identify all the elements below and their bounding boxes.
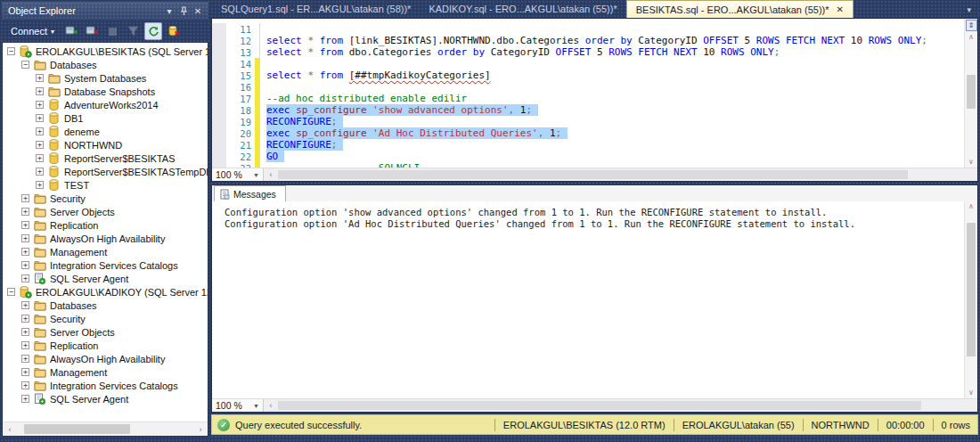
expand-icon[interactable]: + bbox=[21, 355, 29, 363]
refresh-icon[interactable] bbox=[144, 22, 162, 40]
collapse-icon[interactable]: − bbox=[7, 288, 15, 296]
tab-list-chevron-icon[interactable]: ▾ bbox=[967, 5, 978, 18]
code-line[interactable]: 19RECONFIGURE; bbox=[212, 116, 964, 127]
tab-document[interactable]: KADIKOY.sql - ERO...AKGUL\atakan (55))* bbox=[420, 0, 625, 18]
expand-icon[interactable]: + bbox=[21, 395, 29, 403]
connect-server-icon[interactable] bbox=[62, 22, 80, 40]
tree-item[interactable]: −EROLAKGUL\BESIKTAS (SQL Server 12.0.226… bbox=[3, 45, 208, 58]
code-line[interactable]: 21RECONFIGURE; bbox=[212, 139, 964, 151]
tree-item[interactable]: +Server Objects bbox=[3, 205, 208, 218]
tree-item[interactable]: +DB1 bbox=[3, 111, 208, 125]
code-line[interactable]: 13select * from dbo.Categories order by … bbox=[212, 46, 964, 58]
tree-item[interactable]: +Security bbox=[3, 192, 208, 205]
expand-icon[interactable]: + bbox=[21, 194, 29, 202]
tree-item[interactable]: +Replication bbox=[3, 218, 208, 232]
expand-icon[interactable]: + bbox=[36, 168, 44, 176]
database-error-icon[interactable] bbox=[165, 22, 183, 40]
expand-icon[interactable]: + bbox=[21, 381, 29, 389]
tree-item[interactable]: +Management bbox=[3, 245, 208, 258]
tree-item[interactable]: −EROLAKGUL\KADIKOY (SQL Server 12.0.2269 bbox=[3, 285, 208, 299]
expand-icon[interactable]: + bbox=[36, 87, 44, 95]
tree-item[interactable]: +AdventureWorks2014 bbox=[3, 98, 208, 111]
code-line[interactable]: 16 bbox=[212, 81, 964, 93]
collapse-icon[interactable]: − bbox=[7, 47, 15, 55]
scroll-left-icon[interactable]: ‹ bbox=[264, 168, 278, 182]
tree-item[interactable]: +Integration Services Catalogs bbox=[3, 258, 208, 272]
tree-item[interactable]: +SQL Server Agent bbox=[3, 392, 208, 405]
scroll-thumb[interactable] bbox=[278, 170, 908, 179]
code-line[interactable]: 15select * from [##tmpKadikoyCategories] bbox=[212, 70, 964, 81]
code-line[interactable]: 22GO bbox=[212, 151, 964, 162]
tab-messages[interactable]: Messages bbox=[214, 185, 286, 201]
code-line[interactable]: 14 bbox=[212, 58, 964, 70]
scroll-thumb[interactable] bbox=[24, 424, 130, 434]
tree-item[interactable]: +Databases bbox=[3, 299, 208, 312]
code-line[interactable]: 12select * from [link_BESIKTAS].NORTHWND… bbox=[212, 35, 964, 46]
expand-icon[interactable]: + bbox=[21, 221, 29, 229]
messages-output[interactable]: Configuration option 'show advanced opti… bbox=[212, 201, 964, 398]
expand-icon[interactable]: + bbox=[36, 141, 44, 149]
tree-item[interactable]: +ReportServer$BESIKTASTempDB bbox=[3, 165, 208, 178]
object-explorer-hscrollbar[interactable]: ‹ › bbox=[3, 422, 208, 436]
tree-item[interactable]: −Databases bbox=[3, 58, 208, 71]
scroll-down-icon[interactable]: ∨ bbox=[968, 388, 974, 398]
messages-zoom-select[interactable]: 100 %▼ bbox=[212, 399, 264, 412]
tab-active-document[interactable]: BESIKTAS.sql - ERO...AKGUL\atakan (55))*… bbox=[626, 0, 853, 18]
scroll-thumb[interactable] bbox=[967, 223, 976, 356]
pin-icon[interactable] bbox=[176, 4, 191, 17]
scroll-up-icon[interactable]: ∧ bbox=[968, 201, 974, 212]
close-tab-icon[interactable]: ✕ bbox=[837, 4, 844, 14]
messages-vscrollbar[interactable]: ∧ ∨ bbox=[964, 201, 977, 398]
scroll-thumb[interactable] bbox=[278, 401, 921, 410]
editor-code[interactable]: 1112select * from [link_BESIKTAS].NORTHW… bbox=[212, 19, 964, 168]
expand-icon[interactable]: + bbox=[21, 234, 29, 242]
tree-item[interactable]: +AlwaysOn High Availability bbox=[3, 352, 208, 365]
code-line[interactable]: 11 bbox=[212, 23, 964, 35]
expand-icon[interactable]: + bbox=[21, 341, 29, 349]
expand-icon[interactable]: + bbox=[21, 274, 29, 282]
expand-icon[interactable]: + bbox=[21, 208, 29, 216]
tree-item[interactable]: +SQL Server Agent bbox=[3, 272, 208, 285]
tree-item[interactable]: +Replication bbox=[3, 339, 208, 352]
collapse-icon[interactable]: − bbox=[21, 61, 29, 69]
expand-icon[interactable]: + bbox=[36, 127, 44, 135]
tree-item[interactable]: +TEST bbox=[3, 178, 208, 192]
expand-icon[interactable]: + bbox=[21, 248, 29, 256]
expand-icon[interactable]: + bbox=[21, 301, 29, 309]
tree-item[interactable]: +ReportServer$BESIKTAS bbox=[3, 151, 208, 165]
expand-icon[interactable]: + bbox=[21, 315, 29, 323]
expand-icon[interactable]: + bbox=[36, 181, 44, 189]
expand-icon[interactable]: + bbox=[36, 114, 44, 122]
disconnect-server-icon[interactable] bbox=[83, 22, 101, 40]
tree-item[interactable]: +Database Snapshots bbox=[3, 85, 208, 98]
scroll-left-icon[interactable]: ‹ bbox=[264, 398, 278, 413]
scroll-left-icon[interactable]: ‹ bbox=[3, 422, 17, 437]
expand-icon[interactable]: + bbox=[36, 101, 44, 109]
editor-vscrollbar[interactable]: ⇕ ∧ ∨ bbox=[964, 19, 977, 168]
split-editor-icon[interactable]: ⇕ bbox=[966, 20, 977, 31]
scroll-thumb[interactable] bbox=[967, 75, 976, 109]
scroll-down-icon[interactable]: ∨ bbox=[968, 157, 974, 168]
code-line[interactable]: 17--ad hoc distributed enable edilir bbox=[212, 93, 964, 104]
expand-icon[interactable]: + bbox=[21, 368, 29, 376]
chevron-down-icon[interactable]: ▾ bbox=[162, 4, 176, 17]
editor-zoom-select[interactable]: 100 %▼ bbox=[212, 168, 264, 181]
scroll-up-icon[interactable]: ∧ bbox=[968, 32, 974, 43]
tree-item[interactable]: +System Databases bbox=[3, 71, 208, 85]
expand-icon[interactable]: + bbox=[21, 261, 29, 269]
tab-document[interactable]: SQLQuery1.sql - ER...AKGUL\atakan (58))* bbox=[212, 0, 420, 18]
code-line[interactable]: 18exec sp_configure 'show advanced optio… bbox=[212, 104, 964, 116]
code-line[interactable]: 20exec sp_configure 'Ad Hoc Distributed … bbox=[212, 127, 964, 139]
expand-icon[interactable]: + bbox=[36, 154, 44, 162]
expand-icon[interactable]: + bbox=[36, 74, 44, 82]
tree-item[interactable]: +Integration Services Catalogs bbox=[3, 379, 208, 392]
tree-item[interactable]: +Security bbox=[3, 312, 208, 325]
scroll-right-icon[interactable]: › bbox=[193, 422, 208, 437]
close-icon[interactable]: ✕ bbox=[191, 4, 205, 17]
connect-button[interactable]: Connect ▾ bbox=[5, 24, 60, 38]
tree-item[interactable]: +Server Objects bbox=[3, 325, 208, 339]
tree-item[interactable]: +Management bbox=[3, 365, 208, 379]
tree-item[interactable]: +deneme bbox=[3, 125, 208, 138]
tree-item[interactable]: +AlwaysOn High Availability bbox=[3, 232, 208, 245]
tree-item[interactable]: +NORTHWND bbox=[3, 138, 208, 151]
